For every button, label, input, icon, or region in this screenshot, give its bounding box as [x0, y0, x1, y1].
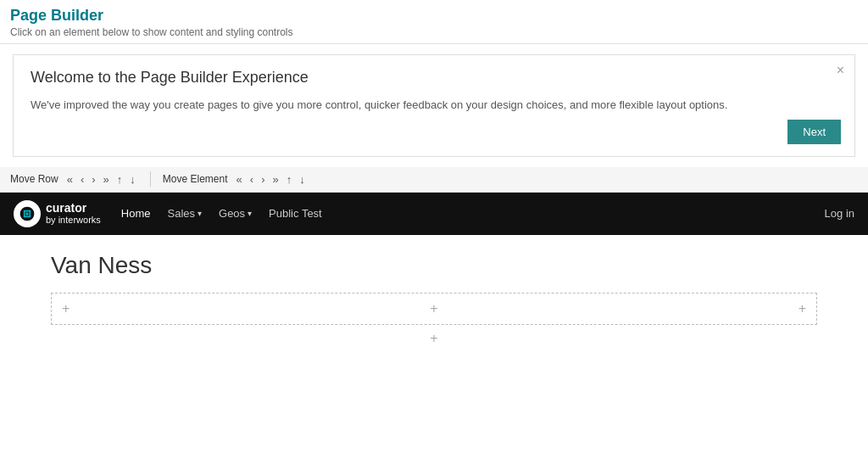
add-center-button[interactable]: +: [430, 302, 437, 316]
move-element-first-button[interactable]: «: [234, 173, 245, 186]
add-left-button[interactable]: +: [62, 302, 70, 316]
move-element-group: Move Element « ‹ › » ↑ ↓: [163, 173, 308, 186]
add-right-button[interactable]: +: [798, 302, 806, 316]
welcome-title: Welcome to the Page Builder Experience: [31, 69, 837, 87]
page-content: Van Ness + + + +: [0, 235, 868, 362]
nav-links: Home Sales ▾ Geos ▾ Public Test: [121, 207, 825, 220]
row-container: + + +: [51, 293, 817, 325]
add-below-button[interactable]: +: [430, 332, 437, 345]
nav-logo-icon: [14, 200, 41, 227]
toolbar-divider: [150, 171, 151, 187]
move-row-down-button[interactable]: ›: [89, 173, 97, 186]
move-row-arrow-up-button[interactable]: ↑: [114, 173, 125, 186]
page-title: Page Builder: [10, 7, 858, 25]
nav-logo: curator by interworks: [14, 200, 101, 227]
move-row-group: Move Row « ‹ › » ↑ ↓: [10, 173, 138, 186]
content-page-title: Van Ness: [51, 252, 817, 279]
welcome-next-button[interactable]: Next: [787, 120, 841, 144]
page-header: Page Builder Click on an element below t…: [0, 0, 868, 44]
sales-caret: ▾: [198, 209, 202, 218]
page-subtitle: Click on an element below to show conten…: [10, 26, 858, 38]
move-element-up-button[interactable]: ↑: [284, 173, 295, 186]
move-element-prev-button[interactable]: ‹: [248, 173, 256, 186]
geos-caret: ▾: [248, 209, 252, 218]
svg-point-1: [25, 212, 28, 215]
nav-link-geos[interactable]: Geos ▾: [219, 207, 252, 220]
move-row-up-button[interactable]: ‹: [78, 173, 86, 186]
welcome-body: We've improved the way you create pages …: [31, 97, 837, 114]
toolbar: Move Row « ‹ › » ↑ ↓ Move Element « ‹ › …: [0, 167, 868, 193]
move-row-label: Move Row: [10, 173, 58, 185]
move-row-last-button[interactable]: »: [101, 173, 112, 186]
move-row-first-button[interactable]: «: [64, 173, 75, 186]
nav-link-home[interactable]: Home: [121, 207, 151, 220]
nav-login[interactable]: Log in: [825, 207, 854, 220]
move-element-label: Move Element: [163, 173, 228, 185]
move-element-last-button[interactable]: »: [270, 173, 281, 186]
move-element-next-button[interactable]: ›: [259, 173, 267, 186]
welcome-banner: × Welcome to the Page Builder Experience…: [13, 54, 855, 157]
move-row-arrow-down-button[interactable]: ↓: [127, 173, 138, 186]
nav-logo-text: curator by interworks: [46, 201, 101, 227]
nav-bar: curator by interworks Home Sales ▾ Geos …: [0, 193, 868, 235]
nav-link-public-test[interactable]: Public Test: [269, 207, 322, 220]
welcome-close-button[interactable]: ×: [837, 64, 844, 77]
nav-link-sales[interactable]: Sales ▾: [167, 207, 202, 220]
move-element-down-button[interactable]: ↓: [297, 173, 308, 186]
add-row-below: +: [51, 332, 817, 345]
